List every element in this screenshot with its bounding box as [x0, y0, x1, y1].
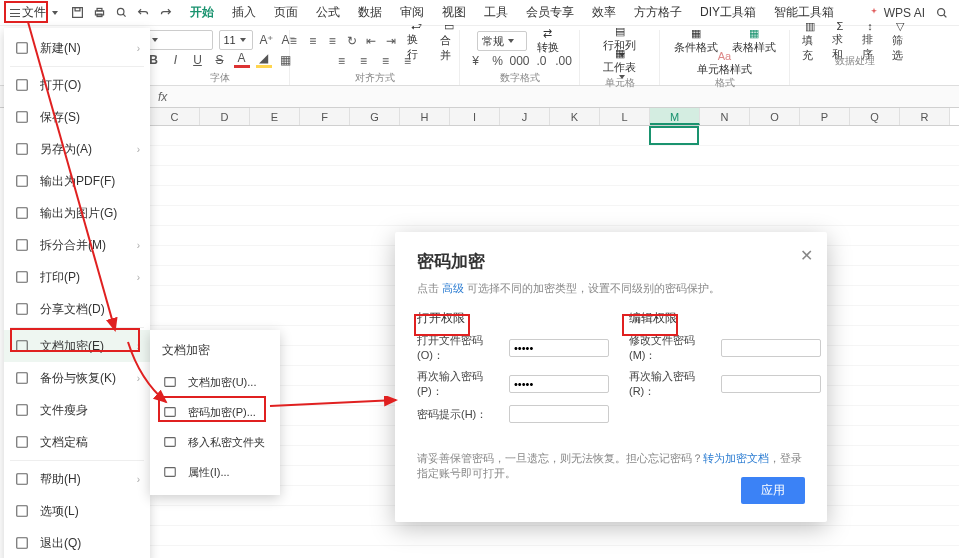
tab-formula[interactable]: 公式 — [316, 4, 340, 21]
file-menu-item-label: 打开(O) — [40, 77, 81, 94]
advanced-link[interactable]: 高级 — [442, 282, 464, 294]
file-menu-button[interactable]: 文件 — [4, 2, 64, 23]
indent-dec-icon[interactable]: ⇤ — [364, 33, 377, 49]
chevron-right-icon: › — [137, 272, 140, 283]
col-E[interactable]: E — [250, 108, 300, 125]
file-menu-item-4[interactable]: 输出为PDF(F) — [4, 165, 150, 197]
font-color-icon[interactable]: A — [234, 52, 250, 68]
col-C[interactable]: C — [150, 108, 200, 125]
file-menu-item-2[interactable]: 保存(S) — [4, 101, 150, 133]
open-password-again-input[interactable] — [509, 375, 609, 393]
edit-password-again-input[interactable] — [721, 375, 821, 393]
redo-icon[interactable] — [158, 6, 172, 20]
apply-button[interactable]: 应用 — [741, 477, 805, 504]
underline-icon[interactable]: U — [190, 52, 206, 68]
print-preview-icon[interactable] — [114, 6, 128, 20]
fill-button[interactable]: ▥填充 — [798, 18, 822, 65]
save-icon[interactable] — [70, 6, 84, 20]
chevron-down-icon — [52, 11, 58, 15]
col-N[interactable]: N — [700, 108, 750, 125]
comma-icon[interactable]: 000 — [512, 53, 528, 69]
submenu-item-0[interactable]: 文档加密(U)... — [150, 367, 280, 397]
indent-inc-icon[interactable]: ⇥ — [384, 33, 397, 49]
col-D[interactable]: D — [200, 108, 250, 125]
cell-style-button[interactable]: Aa单元格样式 — [693, 48, 756, 79]
align-top-icon[interactable]: ≡ — [287, 33, 300, 49]
align-left-icon[interactable]: ≡ — [334, 53, 350, 69]
convert-encrypt-link[interactable]: 转为加密文档 — [703, 452, 769, 464]
col-O[interactable]: O — [750, 108, 800, 125]
font-size-dropdown[interactable]: 11 — [219, 30, 253, 50]
file-menu-item-7[interactable]: 打印(P)› — [4, 261, 150, 293]
col-L[interactable]: L — [600, 108, 650, 125]
file-menu-item-13[interactable]: 帮助(H)› — [4, 463, 150, 495]
fx-icon[interactable]: fx — [158, 90, 167, 104]
orientation-icon[interactable]: ↻ — [345, 33, 358, 49]
align-bot-icon[interactable]: ≡ — [325, 33, 338, 49]
print-icon[interactable] — [92, 6, 106, 20]
grow-font-icon[interactable]: A⁺ — [259, 32, 275, 48]
col-Q[interactable]: Q — [850, 108, 900, 125]
tab-member[interactable]: 会员专享 — [526, 4, 574, 21]
tab-page[interactable]: 页面 — [274, 4, 298, 21]
tab-diy[interactable]: DIY工具箱 — [700, 4, 756, 21]
col-P[interactable]: P — [800, 108, 850, 125]
file-menu-item-9[interactable]: 文档加密(E)› — [4, 330, 150, 362]
col-G[interactable]: G — [350, 108, 400, 125]
tab-start[interactable]: 开始 — [190, 4, 214, 21]
col-F[interactable]: F — [300, 108, 350, 125]
file-menu-item-14[interactable]: 选项(L) — [4, 495, 150, 527]
file-menu-item-6[interactable]: 拆分合并(M)› — [4, 229, 150, 261]
pdf-icon — [14, 173, 30, 189]
file-menu-item-0[interactable]: 新建(N)› — [4, 32, 150, 64]
file-menu-item-label: 输出为图片(G) — [40, 205, 117, 222]
col-K[interactable]: K — [550, 108, 600, 125]
svg-rect-21 — [17, 506, 28, 517]
percent-icon[interactable]: % — [490, 53, 506, 69]
justify-icon[interactable]: ≡ — [400, 53, 416, 69]
tab-tools[interactable]: 工具 — [484, 4, 508, 21]
submenu-item-label: 密码加密(P)... — [188, 405, 256, 420]
tab-efficiency[interactable]: 效率 — [592, 4, 616, 21]
number-format-dropdown[interactable]: 常规 — [477, 31, 527, 51]
merge-cells-button[interactable]: ▭合并 — [436, 18, 463, 65]
close-icon[interactable]: ✕ — [800, 246, 813, 265]
col-I[interactable]: I — [450, 108, 500, 125]
chevron-right-icon: › — [137, 341, 140, 352]
col-H[interactable]: H — [400, 108, 450, 125]
col-R[interactable]: R — [900, 108, 950, 125]
currency-icon[interactable]: ¥ — [468, 53, 484, 69]
file-menu-item-15[interactable]: 退出(Q) — [4, 527, 150, 558]
strike-icon[interactable]: S — [212, 52, 228, 68]
password-hint-input[interactable] — [509, 405, 609, 423]
submenu-item-3[interactable]: 属性(I)... — [150, 457, 280, 487]
file-menu-item-3[interactable]: 另存为(A)› — [4, 133, 150, 165]
inc-dec-icon[interactable]: .0 — [534, 53, 550, 69]
tab-ffgz[interactable]: 方方格子 — [634, 4, 682, 21]
align-mid-icon[interactable]: ≡ — [306, 33, 319, 49]
file-menu-item-1[interactable]: 打开(O) — [4, 69, 150, 101]
fill-color-icon[interactable]: ◢ — [256, 52, 272, 68]
submenu-item-1[interactable]: 密码加密(P)... — [150, 397, 280, 427]
italic-icon[interactable]: I — [168, 52, 184, 68]
col-M[interactable]: M — [650, 108, 700, 125]
font-name-dropdown[interactable] — [143, 30, 213, 50]
svg-rect-15 — [17, 304, 28, 315]
dec-dec-icon[interactable]: .00 — [556, 53, 572, 69]
col-J[interactable]: J — [500, 108, 550, 125]
align-center-icon[interactable]: ≡ — [356, 53, 372, 69]
file-menu-item-10[interactable]: 备份与恢复(K)› — [4, 362, 150, 394]
file-menu-item-11[interactable]: 文件瘦身 — [4, 394, 150, 426]
file-menu-item-5[interactable]: 输出为图片(G) — [4, 197, 150, 229]
file-menu-item-12[interactable]: 文档定稿 — [4, 426, 150, 458]
open-password-input[interactable] — [509, 339, 609, 357]
file-menu-item-8[interactable]: 分享文档(D) — [4, 293, 150, 325]
search-icon[interactable] — [935, 6, 949, 20]
tab-data[interactable]: 数据 — [358, 4, 382, 21]
undo-icon[interactable] — [136, 6, 150, 20]
submenu-item-2[interactable]: 移入私密文件夹 — [150, 427, 280, 457]
filter-button[interactable]: ▽筛选 — [888, 18, 912, 65]
align-right-icon[interactable]: ≡ — [378, 53, 394, 69]
edit-password-input[interactable] — [721, 339, 821, 357]
tab-insert[interactable]: 插入 — [232, 4, 256, 21]
